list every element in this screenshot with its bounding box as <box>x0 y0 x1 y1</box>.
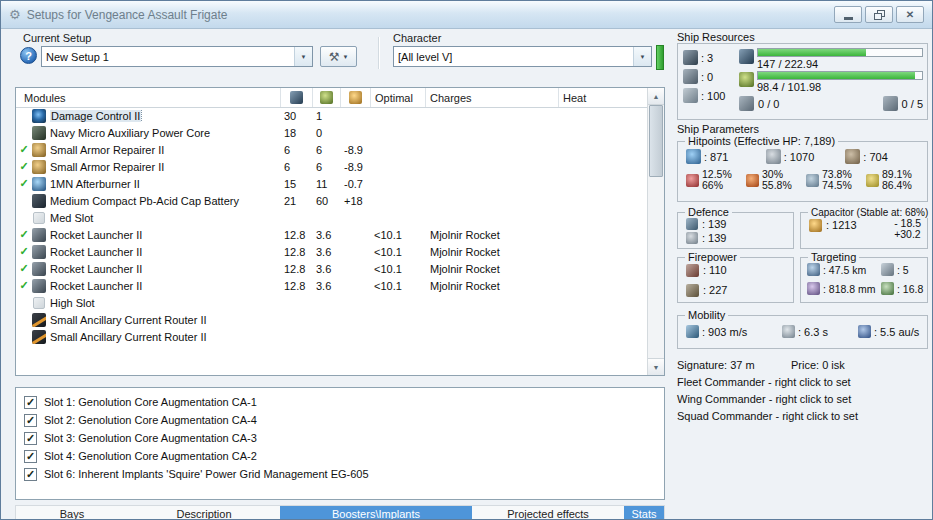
module-row[interactable]: Small Ancillary Current Router II <box>16 311 647 328</box>
module-pg-value: 1 <box>313 110 341 122</box>
module-name-text[interactable]: High Slot <box>50 297 95 309</box>
defence-shield-icon <box>686 218 698 230</box>
checkbox-checked-icon[interactable]: ✓ <box>24 414 37 427</box>
module-row[interactable]: ✓Rocket Launcher II12.83.6<10.1Mjolnir R… <box>16 277 647 294</box>
module-name-text[interactable]: Damage Control II <box>50 110 141 122</box>
module-name: Small Ancillary Current Router II <box>50 331 281 343</box>
chevron-down-icon[interactable]: ▼ <box>633 47 651 66</box>
module-name-text[interactable]: Rocket Launcher II <box>50 229 142 241</box>
heat-column-header[interactable]: Heat <box>559 88 647 107</box>
tab-boosters-implants[interactable]: Boosters\Implants <box>280 506 472 520</box>
module-name-text[interactable]: Navy Micro Auxiliary Power Core <box>50 127 210 139</box>
close-button[interactable]: ✕ <box>896 6 924 23</box>
module-row[interactable]: Navy Micro Auxiliary Power Core180 <box>16 124 647 141</box>
module-name-text[interactable]: Small Armor Repairer II <box>50 161 164 173</box>
implant-row[interactable]: ✓Slot 2: Genolution Core Augmentation CA… <box>24 411 656 429</box>
restore-button[interactable] <box>865 6 893 23</box>
module-row[interactable]: Damage Control II301 <box>16 107 647 124</box>
implant-row[interactable]: ✓Slot 1: Genolution Core Augmentation CA… <box>24 393 656 411</box>
cpu-bar <box>757 48 923 57</box>
kinetic-armor-resist: 74.5% <box>822 180 852 191</box>
module-name-text[interactable]: Rocket Launcher II <box>50 246 142 258</box>
implant-row[interactable]: ✓Slot 3: Genolution Core Augmentation CA… <box>24 429 656 447</box>
launcher-hardpoints-icon <box>683 69 698 84</box>
checkbox-checked-icon[interactable]: ✓ <box>24 432 37 445</box>
powergrid-column-header[interactable] <box>313 88 341 107</box>
module-name-text[interactable]: Rocket Launcher II <box>50 280 142 292</box>
module-name-text[interactable]: Medium Compact Pb-Acid Cap Battery <box>50 195 239 207</box>
mobility-box: Mobility : 903 m/s : 6.3 s : 5.5 au/s <box>677 315 928 349</box>
tab-stats[interactable]: Stats <box>624 506 664 520</box>
setup-tools-button[interactable]: ⚒ ▼ <box>320 46 357 67</box>
bottom-tabbar: BaysDescriptionBoosters\ImplantsProjecte… <box>15 505 665 520</box>
checkbox-checked-icon[interactable]: ✓ <box>24 468 37 481</box>
module-row[interactable]: ✓Rocket Launcher II12.83.6<10.1Mjolnir R… <box>16 260 647 277</box>
charges-column-header[interactable]: Charges <box>426 88 559 107</box>
module-row[interactable]: Med Slot <box>16 209 647 226</box>
module-active-check-icon: ✓ <box>16 279 32 292</box>
modules-header: Modules Optimal Charges Heat <box>16 88 647 108</box>
scroll-down-icon[interactable]: ▼ <box>648 358 664 375</box>
module-row[interactable]: ✓Rocket Launcher II12.83.6<10.1Mjolnir R… <box>16 243 647 260</box>
implant-label: Slot 3: Genolution Core Augmentation CA-… <box>44 432 257 444</box>
scrollbar-thumb[interactable] <box>649 105 663 177</box>
tab-projected-effects[interactable]: Projected effects <box>472 506 624 520</box>
scroll-up-icon[interactable]: ▲ <box>648 88 664 105</box>
module-active-check-icon: ✓ <box>16 177 32 190</box>
squad-commander-text[interactable]: Squad Commander - right click to set <box>677 410 858 422</box>
module-name-text[interactable]: 1MN Afterburner II <box>50 178 140 190</box>
module-row[interactable]: Small Ancillary Current Router II <box>16 328 647 345</box>
targeting-label: Targeting <box>808 251 859 263</box>
module-optimal-value: <10.1 <box>371 280 426 292</box>
module-name-text[interactable]: Small Armor Repairer II <box>50 144 164 156</box>
module-row[interactable]: High Slot <box>16 294 647 311</box>
modules-column-header[interactable]: Modules <box>16 88 281 107</box>
warp-speed-value: : 5.5 au/s <box>874 326 919 338</box>
module-name-text[interactable]: Med Slot <box>50 212 93 224</box>
character-select[interactable]: [All level V] ▼ <box>393 46 652 67</box>
armor-repairer-icon <box>32 160 46 174</box>
powergrid-bar-fill <box>758 72 915 79</box>
turret-hardpoints: : 3 <box>683 50 739 65</box>
module-row[interactable]: ✓Rocket Launcher II12.83.6<10.1Mjolnir R… <box>16 226 647 243</box>
tab-description[interactable]: Description <box>128 506 280 520</box>
module-row[interactable]: ✓1MN Afterburner II1511-0.7 <box>16 175 647 192</box>
capacitor-column-header[interactable] <box>341 88 371 107</box>
checkbox-checked-icon[interactable]: ✓ <box>24 396 37 409</box>
kinetic-resist: 73.8% 74.5% <box>806 169 866 191</box>
implant-row[interactable]: ✓Slot 4: Genolution Core Augmentation CA… <box>24 447 656 465</box>
modules-scrollbar[interactable]: ▲ ▼ <box>647 88 664 375</box>
shield-hp: : 871 <box>686 149 766 164</box>
module-pg-value: 6 <box>313 144 341 156</box>
module-charges-value: Mjolnir Rocket <box>426 246 559 258</box>
module-row[interactable]: Medium Compact Pb-Acid Cap Battery2160+1… <box>16 192 647 209</box>
checkbox-checked-icon[interactable]: ✓ <box>24 450 37 463</box>
align-time: : 6.3 s <box>782 325 858 338</box>
powergrid-row: 98.4 / 101.98 <box>739 71 923 93</box>
wing-commander-text[interactable]: Wing Commander - right click to set <box>677 393 851 405</box>
capacitor-amount: : 1213 <box>826 219 857 231</box>
module-name-text[interactable]: Small Ancillary Current Router II <box>50 314 207 326</box>
module-row[interactable]: ✓Small Armor Repairer II66-8.9 <box>16 158 647 175</box>
titlebar[interactable]: ⚙ Setups for Vengeance Assault Frigate ✕ <box>1 1 932 29</box>
launcher-hardpoints-value: : 0 <box>701 71 713 83</box>
armor-hp: : 1070 <box>766 149 846 164</box>
optimal-column-header[interactable]: Optimal <box>371 88 426 107</box>
implant-label: Slot 2: Genolution Core Augmentation CA-… <box>44 414 257 426</box>
targeting-box: Targeting : 47.5 km : 5 : 818.8 mm : 16.… <box>800 257 928 303</box>
chevron-down-icon[interactable]: ▼ <box>294 47 312 66</box>
minimize-button[interactable] <box>834 6 862 23</box>
module-name: Navy Micro Auxiliary Power Core <box>50 127 281 139</box>
mobility-label: Mobility <box>685 309 728 321</box>
implant-row[interactable]: ✓Slot 6: Inherent Implants 'Squire' Powe… <box>24 465 656 483</box>
capacitor-box: Capacitor (Stable at: 68%) : 1213 - 18.5… <box>800 212 928 249</box>
cpu-column-header[interactable] <box>281 88 313 107</box>
module-name-text[interactable]: Small Ancillary Current Router II <box>50 331 207 343</box>
help-button[interactable]: ? <box>20 47 37 64</box>
fleet-commander-text[interactable]: Fleet Commander - right click to set <box>677 376 851 388</box>
module-name-text[interactable]: Rocket Launcher II <box>50 263 142 275</box>
tab-bays[interactable]: Bays <box>16 506 128 520</box>
setup-select[interactable]: New Setup 1 ▼ <box>41 46 313 67</box>
module-cpu-value: 12.8 <box>281 280 313 292</box>
module-row[interactable]: ✓Small Armor Repairer II66-8.9 <box>16 141 647 158</box>
